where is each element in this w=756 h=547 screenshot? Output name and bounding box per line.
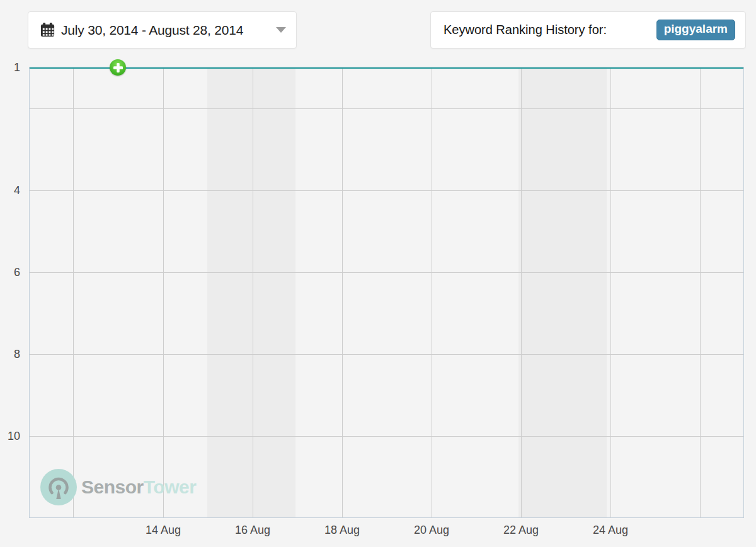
y-axis-label: 8 bbox=[0, 347, 20, 361]
x-axis-label: 16 Aug bbox=[224, 522, 281, 538]
x-axis-label: 14 Aug bbox=[135, 522, 192, 538]
h-gridline bbox=[30, 436, 743, 437]
keyword-ranking-page: { "toolbar": { "date_range": "July 30, 2… bbox=[0, 0, 756, 547]
y-axis-label: 1 bbox=[0, 60, 20, 74]
h-gridline bbox=[30, 354, 743, 355]
weekend-band bbox=[207, 67, 295, 517]
v-gridline bbox=[253, 67, 253, 517]
chevron-down-icon bbox=[276, 27, 286, 33]
v-gridline bbox=[73, 67, 74, 517]
plus-icon bbox=[113, 63, 123, 72]
sensor-tower-logo-icon bbox=[40, 469, 77, 505]
annotation-marker[interactable] bbox=[110, 59, 126, 76]
v-gridline bbox=[700, 67, 701, 517]
x-axis-label: 24 Aug bbox=[582, 522, 639, 538]
v-gridline bbox=[432, 67, 432, 517]
watermark-text: SensorTower bbox=[81, 476, 196, 498]
x-axis-label: 18 Aug bbox=[314, 522, 370, 538]
keyword-panel-label: Keyword Ranking History for: bbox=[444, 23, 607, 37]
v-gridline bbox=[342, 67, 343, 517]
y-axis-label: 10 bbox=[0, 429, 20, 443]
calendar-icon bbox=[40, 22, 55, 38]
keyword-badge[interactable]: piggyalarm bbox=[656, 20, 735, 40]
date-range-selector[interactable]: July 30, 2014 - August 28, 2014 bbox=[28, 11, 297, 49]
h-gridline bbox=[30, 108, 743, 109]
v-gridline bbox=[163, 67, 164, 517]
date-range-text: July 30, 2014 - August 28, 2014 bbox=[61, 23, 243, 38]
ranking-series-line[interactable] bbox=[30, 67, 743, 69]
y-axis-label: 4 bbox=[0, 183, 20, 197]
h-gridline bbox=[30, 190, 743, 191]
v-gridline bbox=[610, 67, 611, 517]
v-gridline bbox=[521, 67, 522, 517]
h-gridline bbox=[30, 272, 743, 273]
weekend-band bbox=[518, 67, 607, 517]
keyword-history-panel: Keyword Ranking History for: piggyalarm bbox=[430, 11, 746, 49]
x-axis-label: 22 Aug bbox=[493, 522, 549, 538]
plot-area[interactable] bbox=[29, 67, 744, 518]
y-axis-label: 6 bbox=[0, 265, 20, 279]
sensor-tower-watermark: SensorTower bbox=[40, 469, 196, 505]
x-axis-label: 20 Aug bbox=[403, 522, 460, 538]
